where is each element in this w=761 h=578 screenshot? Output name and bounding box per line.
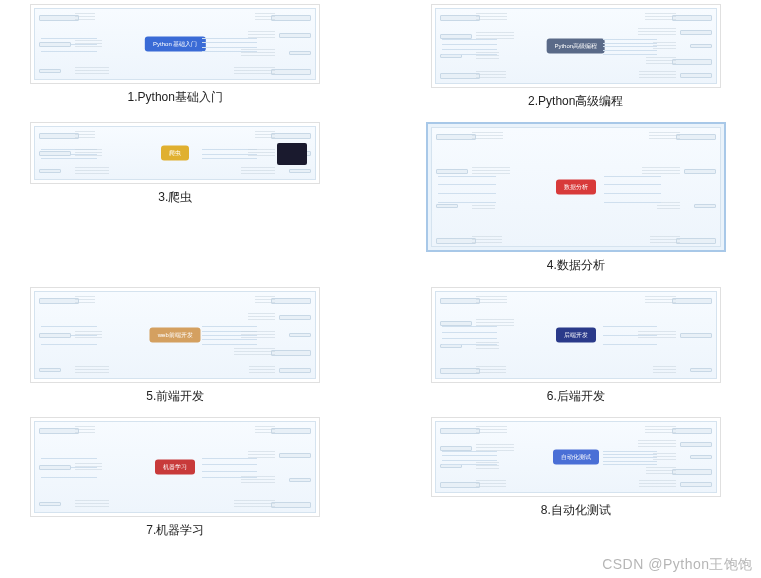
mindmap-center-node: web前端开发 (150, 327, 201, 342)
mindmap-center-node: 数据分析 (556, 180, 596, 195)
mindmap-thumbnail[interactable]: 数据分析 (426, 122, 726, 252)
mindmap-center-node: Python 基础入门 (145, 37, 205, 52)
mindmap-thumbnail[interactable]: 爬虫 (30, 122, 320, 184)
thumbnail-cell: Python高级编程2.Python高级编程 (411, 4, 742, 108)
mindmap-thumbnail[interactable]: 自动化测试 (431, 417, 721, 497)
thumbnail-caption: 1.Python基础入门 (128, 90, 223, 104)
watermark: CSDN @Python王饱饱 (602, 556, 753, 574)
thumbnail-caption: 8.自动化测试 (541, 503, 611, 517)
mindmap-center-node: 自动化测试 (553, 450, 599, 465)
thumbnail-cell: 爬虫3.爬虫 (10, 122, 341, 272)
mindmap-thumbnail[interactable]: Python 基础入门 (30, 4, 320, 84)
thumbnail-cell: 机器学习7.机器学习 (10, 417, 341, 537)
thumbnail-cell: Python 基础入门1.Python基础入门 (10, 4, 341, 108)
mindmap-thumbnail[interactable]: Python高级编程 (431, 4, 721, 88)
thumbnail-cell: 自动化测试8.自动化测试 (411, 417, 742, 537)
mindmap-thumbnail[interactable]: 后端开发 (431, 287, 721, 383)
mindmap-thumbnail[interactable]: web前端开发 (30, 287, 320, 383)
mindmap-center-node: 机器学习 (155, 460, 195, 475)
thumbnail-grid: Python 基础入门1.Python基础入门Python高级编程2.Pytho… (0, 0, 761, 542)
thumbnail-cell: 数据分析4.数据分析 (411, 122, 742, 272)
thumbnail-caption: 4.数据分析 (547, 258, 605, 272)
thumbnail-caption: 2.Python高级编程 (528, 94, 623, 108)
mindmap-center-node: 爬虫 (161, 146, 189, 161)
thumbnail-caption: 3.爬虫 (158, 190, 192, 204)
thumbnail-caption: 6.后端开发 (547, 389, 605, 403)
thumbnail-caption: 7.机器学习 (146, 523, 204, 537)
mindmap-center-node: 后端开发 (556, 327, 596, 342)
thumbnail-cell: web前端开发5.前端开发 (10, 287, 341, 403)
thumbnail-cell: 后端开发6.后端开发 (411, 287, 742, 403)
mindmap-thumbnail[interactable]: 机器学习 (30, 417, 320, 517)
mindmap-center-node: Python高级编程 (546, 39, 605, 54)
thumbnail-caption: 5.前端开发 (146, 389, 204, 403)
